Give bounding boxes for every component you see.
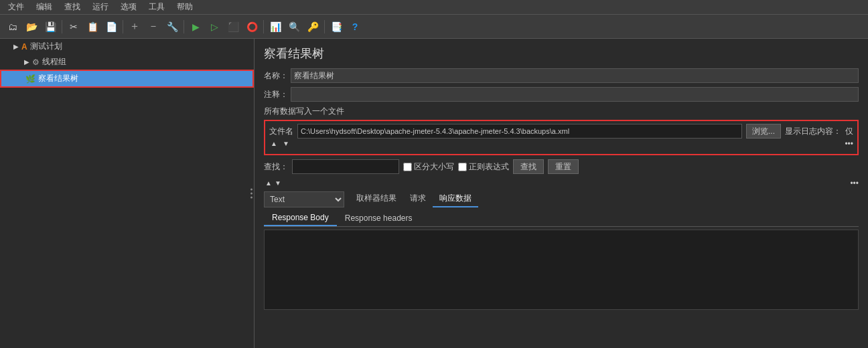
tree-item-resulttree[interactable]: 🌿 察看结果树 (0, 70, 254, 88)
format-tabs-row: Text RegExp Tester CSS/JQuery Tester XPa… (264, 191, 859, 207)
icon-threadgroup: ⚙ (32, 58, 40, 67)
toolbar-open[interactable]: 📂 (23, 18, 40, 35)
case-sensitive-checkbox[interactable] (403, 163, 412, 171)
find-button[interactable]: 查找 (513, 159, 544, 174)
file-row-wrapper: 文件名 浏览... 显示日志内容： 仅 ▲ ▼ ••• (264, 120, 859, 155)
menubar: 文件 编辑 查找 运行 选项 工具 帮助 (0, 0, 868, 15)
tab-request[interactable]: 请求 (403, 191, 433, 207)
toolbar-add[interactable]: ＋ (126, 18, 143, 35)
result-top-row: ▲ ▼ ••• (264, 178, 859, 188)
name-input[interactable] (291, 68, 859, 83)
icon-testplan: A (21, 42, 27, 52)
tree-item-threadgroup[interactable]: ▶ ⚙ 线程组 (0, 54, 254, 70)
search-row: 查找： 区分大小写 正则表达式 查找 重置 (264, 159, 859, 174)
sub-tab-response-body[interactable]: Response Body (264, 210, 337, 226)
toolbar-sep2 (123, 20, 123, 33)
icon-resulttree: 🌿 (25, 74, 35, 84)
regex-label: 正则表达式 (469, 161, 509, 173)
file-section-label: 所有数据写入一个文件 (264, 106, 859, 117)
sub-tab-response-headers[interactable]: Response headers (337, 211, 421, 226)
dot3 (250, 197, 252, 199)
case-sensitive-wrap[interactable]: 区分大小写 (403, 161, 454, 173)
menu-options[interactable]: 选项 (115, 0, 142, 14)
main-tabs: 取样器结果 请求 响应数据 (350, 191, 478, 207)
tab-response-data[interactable]: 响应数据 (433, 191, 478, 207)
menu-tools[interactable]: 工具 (143, 0, 170, 14)
arrow-threadgroup: ▶ (24, 58, 29, 66)
right-panel: 察看结果树 名称： 注释： 所有数据写入一个文件 文件名 浏览... 显示日志内… (255, 39, 868, 348)
toolbar-sep5 (324, 20, 325, 33)
toolbar-start-no-pause[interactable]: ▷ (206, 18, 223, 35)
toolbar-help[interactable]: ? (346, 18, 364, 35)
format-select[interactable]: Text RegExp Tester CSS/JQuery Tester XPa… (264, 191, 344, 207)
menu-file[interactable]: 文件 (3, 0, 29, 14)
result-area: ▲ ▼ ••• Text RegExp Tester CSS/JQuery Te… (264, 178, 859, 310)
file-label: 文件名 (269, 126, 293, 137)
tab-sampler-result[interactable]: 取样器结果 (350, 191, 403, 207)
name-label: 名称： (264, 70, 291, 82)
result-more-btn[interactable]: ••• (850, 179, 859, 188)
result-down-arrow[interactable]: ▼ (273, 178, 283, 188)
more-options-btn[interactable]: ••• (845, 139, 853, 149)
label-threadgroup: 线程组 (42, 56, 66, 68)
dot1 (250, 189, 252, 191)
toolbar-sep4 (263, 20, 264, 33)
regex-wrap[interactable]: 正则表达式 (458, 161, 509, 173)
regex-checkbox[interactable] (458, 163, 467, 171)
resize-handle[interactable] (250, 189, 252, 199)
comment-label: 注释： (264, 89, 291, 100)
toolbar-clear-all[interactable]: 🔍 (285, 18, 303, 35)
toolbar-remove[interactable]: － (145, 18, 162, 35)
toolbar-clear[interactable]: 📊 (267, 18, 284, 35)
only-label: 仅 (845, 126, 853, 137)
arrow-testplan: ▶ (13, 43, 19, 50)
display-log-label: 显示日志内容： (785, 126, 841, 137)
menu-edit[interactable]: 编辑 (31, 0, 58, 14)
toolbar: 🗂 📂 💾 ✂ 📋 📄 ＋ － 🔧 ▶ ▷ ⬛ ⭕ 📊 🔍 🔑 📑 ? (0, 15, 868, 39)
left-panel: ▶ A 测试计划 ▶ ⚙ 线程组 🌿 察看结果树 (0, 39, 255, 348)
toolbar-new[interactable]: 🗂 (4, 18, 21, 35)
toolbar-wrench[interactable]: 🔧 (163, 18, 181, 35)
arrows-row: ▲ ▼ ••• (269, 139, 853, 149)
result-up-arrow[interactable]: ▲ (264, 178, 273, 188)
browse-button[interactable]: 浏览... (746, 124, 781, 139)
label-resulttree: 察看结果树 (38, 73, 78, 84)
reset-button[interactable]: 重置 (548, 159, 579, 174)
toolbar-stop[interactable]: ⬛ (224, 18, 242, 35)
sub-tabs-row: Response Body Response headers (264, 210, 859, 227)
toolbar-cut[interactable]: ✂ (65, 18, 82, 35)
response-body (264, 230, 859, 310)
toolbar-search[interactable]: 🔑 (304, 18, 321, 35)
name-row: 名称： (264, 68, 859, 83)
down-arrow-btn[interactable]: ▼ (281, 139, 291, 149)
toolbar-template[interactable]: 📑 (328, 18, 345, 35)
comment-row: 注释： (264, 87, 859, 102)
toolbar-paste[interactable]: 📄 (102, 18, 120, 35)
main-layout: ▶ A 测试计划 ▶ ⚙ 线程组 🌿 察看结果树 察看结果树 名称： (0, 39, 868, 348)
dot2 (250, 193, 252, 195)
toolbar-sep3 (184, 20, 184, 33)
tree-item-testplan[interactable]: ▶ A 测试计划 (0, 39, 254, 54)
toolbar-sep1 (62, 20, 62, 33)
search-input[interactable] (292, 159, 399, 174)
label-testplan: 测试计划 (30, 41, 62, 52)
menu-help[interactable]: 帮助 (171, 0, 198, 14)
file-row: 文件名 浏览... 显示日志内容： 仅 (269, 124, 853, 139)
panel-title: 察看结果树 (264, 46, 859, 62)
menu-find[interactable]: 查找 (59, 0, 86, 14)
up-arrow-btn[interactable]: ▲ (269, 139, 279, 149)
toolbar-save[interactable]: 💾 (42, 18, 59, 35)
toolbar-start[interactable]: ▶ (187, 18, 204, 35)
search-label: 查找： (264, 161, 288, 173)
case-sensitive-label: 区分大小写 (414, 161, 454, 173)
toolbar-copy[interactable]: 📋 (84, 18, 101, 35)
menu-run[interactable]: 运行 (87, 0, 114, 14)
toolbar-shutdown[interactable]: ⭕ (243, 18, 261, 35)
bottom-section: ▲ ▼ ••• Text RegExp Tester CSS/JQuery Te… (264, 178, 859, 310)
file-input[interactable] (297, 124, 742, 139)
comment-input[interactable] (291, 87, 859, 102)
